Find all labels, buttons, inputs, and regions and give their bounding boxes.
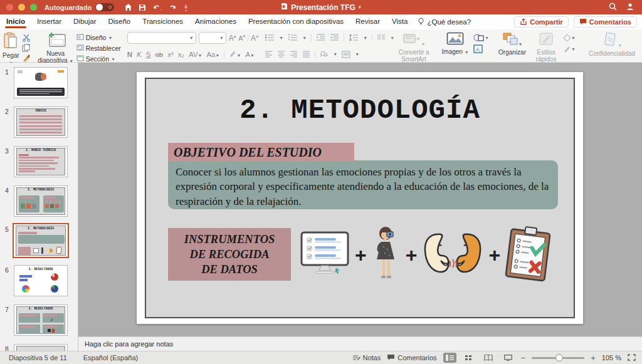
font-size-select[interactable]: ▼ bbox=[199, 32, 226, 44]
clear-format-button[interactable]: A⌀ bbox=[251, 34, 258, 43]
shape-fill-icon[interactable]: ▼ bbox=[563, 33, 576, 42]
talking-masks-icon[interactable] bbox=[422, 233, 483, 277]
tell-me-box[interactable]: ¿Qué desea? bbox=[418, 18, 471, 27]
align-left-icon[interactable] bbox=[265, 51, 273, 58]
slide-title[interactable]: 2. METODOLOGÍA bbox=[137, 95, 583, 126]
confidentiality-button[interactable]: ▼ Confidencialidad bbox=[582, 32, 642, 57]
tab-insertar[interactable]: Insertar bbox=[37, 15, 61, 29]
convert-smartart-button[interactable]: ▼ Convertir a SmartArt bbox=[394, 32, 433, 63]
superscript-button[interactable]: x² bbox=[167, 51, 174, 58]
autosave-toggle[interactable] bbox=[95, 3, 114, 11]
zoom-out-button[interactable]: − bbox=[521, 353, 526, 363]
section-button[interactable]: Sección▼ bbox=[76, 55, 121, 63]
new-slide-button[interactable]: Nueva diapositiva ▼ bbox=[38, 32, 74, 65]
grow-font-button[interactable]: A▴ bbox=[229, 34, 236, 43]
align-center-icon[interactable] bbox=[277, 51, 285, 58]
document-title[interactable]: Presentación TFG bbox=[291, 3, 355, 12]
maximize-button[interactable] bbox=[30, 4, 37, 11]
slide-thumbnail-5-selected[interactable]: 2. METODOLOGÍA bbox=[13, 223, 69, 258]
copy-icon[interactable] bbox=[22, 43, 31, 52]
strikethrough-button[interactable]: ab bbox=[155, 51, 163, 58]
indent-icon[interactable] bbox=[330, 34, 339, 41]
text-direction-icon[interactable] bbox=[320, 51, 329, 58]
reset-button[interactable]: Restablecer bbox=[76, 44, 121, 53]
tab-animaciones[interactable]: Animaciones bbox=[195, 15, 236, 29]
survey-monitor-icon[interactable] bbox=[300, 231, 350, 279]
shape-outline-icon[interactable]: ▼ bbox=[563, 44, 576, 53]
bullets-icon[interactable] bbox=[265, 34, 275, 41]
language-indicator[interactable]: Español (España) bbox=[83, 354, 138, 361]
tab-dibujar[interactable]: Dibujar bbox=[73, 15, 96, 29]
comments-button[interactable]: Comentarios bbox=[574, 16, 637, 28]
fullscreen-icon[interactable] bbox=[628, 354, 636, 362]
checklist-clipboard-icon[interactable] bbox=[502, 224, 555, 286]
subscript-button[interactable]: x₂ bbox=[178, 51, 184, 58]
format-painter-icon[interactable] bbox=[22, 53, 31, 62]
tab-diseno[interactable]: Diseño bbox=[108, 15, 130, 29]
text-box-icon[interactable]: A bbox=[473, 44, 489, 53]
tab-presentacion[interactable]: Presentación con diapositivas bbox=[248, 15, 344, 29]
slide-sorter-view-button[interactable] bbox=[463, 353, 476, 363]
comments-toggle[interactable]: Comentarios bbox=[387, 354, 436, 362]
zoom-in-button[interactable]: + bbox=[591, 353, 596, 363]
minimize-button[interactable] bbox=[18, 4, 25, 11]
font-color-button[interactable]: A▼ bbox=[245, 51, 255, 58]
slide-canvas[interactable]: 2. METODOLOGÍA OBJETIVO DEL ESTUDIO Cono… bbox=[78, 63, 642, 336]
objective-text-box[interactable]: Conocer si los alumnos gestionan las emo… bbox=[168, 160, 558, 209]
paste-button[interactable]: Pegar ▼ bbox=[3, 32, 19, 66]
numbering-icon[interactable] bbox=[288, 34, 298, 41]
reading-view-button[interactable] bbox=[482, 353, 495, 363]
highlight-button[interactable]: ▼ bbox=[229, 50, 241, 58]
slide-thumbnail-6[interactable]: 3. RESULTADOS bbox=[14, 265, 68, 296]
align-right-icon[interactable] bbox=[290, 51, 298, 58]
tab-inicio[interactable]: Inicio bbox=[6, 15, 25, 29]
italic-button[interactable]: K bbox=[137, 51, 142, 58]
line-spacing-icon[interactable] bbox=[349, 34, 359, 41]
slide-editor[interactable]: 2. METODOLOGÍA OBJETIVO DEL ESTUDIO Cono… bbox=[137, 72, 583, 324]
cut-icon[interactable] bbox=[22, 33, 31, 42]
zoom-slider-knob[interactable] bbox=[555, 354, 563, 361]
underline-button[interactable]: S bbox=[146, 51, 151, 58]
justify-icon[interactable] bbox=[302, 51, 310, 58]
layout-button[interactable]: Diseño▼ bbox=[76, 33, 121, 42]
slideshow-view-button[interactable] bbox=[502, 353, 515, 363]
shrink-font-button[interactable]: A▾ bbox=[238, 34, 245, 42]
objective-heading[interactable]: OBJETIVO DEL ESTUDIO bbox=[168, 143, 354, 162]
home-icon[interactable] bbox=[124, 3, 132, 11]
slide-thumbnail-1[interactable] bbox=[14, 67, 68, 98]
search-icon[interactable] bbox=[609, 2, 617, 13]
photographer-girl-icon[interactable] bbox=[372, 226, 401, 284]
change-case-button[interactable]: Aa▼ bbox=[206, 51, 219, 58]
shapes-icon[interactable]: ▼ bbox=[473, 33, 489, 42]
instruments-heading[interactable]: INSTRUMENTOS DE RECOGIDA DE DATOS bbox=[168, 228, 291, 281]
zoom-slider[interactable] bbox=[532, 357, 584, 359]
normal-view-button[interactable] bbox=[443, 353, 456, 363]
char-spacing-button[interactable]: AV▼ bbox=[189, 51, 202, 58]
font-name-select[interactable]: ▼ bbox=[127, 32, 196, 44]
slide-thumbnail-4[interactable]: 2. METODOLOGÍA bbox=[14, 185, 68, 217]
save-icon[interactable] bbox=[139, 4, 146, 11]
close-button[interactable] bbox=[6, 4, 13, 11]
tab-transiciones[interactable]: Transiciones bbox=[142, 15, 183, 29]
columns-icon[interactable] bbox=[377, 34, 386, 41]
organize-button[interactable]: ▼ Organizar bbox=[495, 32, 529, 56]
slide-thumbnail-7[interactable]: 3. RESULTADOS ✓ bbox=[14, 304, 68, 336]
title-chevron-icon[interactable]: ▾ bbox=[359, 4, 361, 10]
redo-icon[interactable] bbox=[169, 4, 177, 11]
slide-thumbnail-8[interactable] bbox=[14, 344, 68, 351]
zoom-percentage[interactable]: 105 % bbox=[602, 354, 621, 361]
notes-pane[interactable]: Haga clic para agregar notas bbox=[78, 336, 642, 351]
share-button[interactable]: Compartir bbox=[514, 16, 569, 28]
slide-thumbnail-2[interactable]: ÍNDICE bbox=[14, 107, 68, 138]
slide-counter[interactable]: Diapositiva 5 de 11 bbox=[9, 354, 67, 361]
bold-button[interactable]: N bbox=[127, 51, 132, 58]
insert-image-button[interactable]: Imagen ▼ bbox=[439, 32, 471, 56]
quick-styles-button[interactable]: Estilos rápidos bbox=[532, 32, 560, 63]
account-icon[interactable] bbox=[626, 2, 634, 13]
notes-toggle[interactable]: Notas bbox=[352, 354, 381, 362]
tab-revisar[interactable]: Revisar bbox=[355, 15, 380, 29]
outdent-icon[interactable] bbox=[316, 34, 325, 41]
tab-vista[interactable]: Vista bbox=[392, 15, 408, 29]
slide-thumbnail-3[interactable]: 1. MARCO TEÓRICO bbox=[14, 146, 68, 177]
pointer-tool-icon[interactable] bbox=[183, 4, 189, 11]
